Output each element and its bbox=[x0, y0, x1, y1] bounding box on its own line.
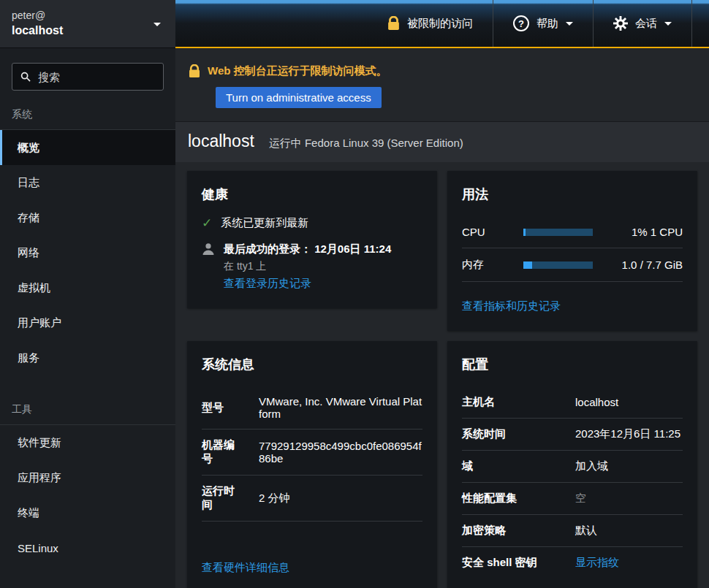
sidebar-item-overview[interactable]: 概览 bbox=[0, 130, 175, 165]
sidebar-item-software-updates[interactable]: 软件更新 bbox=[0, 425, 175, 460]
uptime-label: 运行时间 bbox=[202, 484, 244, 512]
memory-value: 1.0 / 7.7 GiB bbox=[593, 259, 683, 271]
search-icon bbox=[20, 71, 31, 83]
usage-card-title: 用法 bbox=[462, 186, 683, 203]
system-time-row: 系统时间 2023年12月6日 11:25 bbox=[462, 419, 683, 451]
host-name: localhost bbox=[12, 23, 164, 39]
sidebar-item-networking[interactable]: 网络 bbox=[0, 235, 175, 270]
crypto-policy-value[interactable]: 默认 bbox=[575, 524, 597, 538]
last-login-label: 最后成功的登录： bbox=[224, 243, 311, 255]
hostname-label: 主机名 bbox=[462, 395, 561, 409]
session-menu[interactable]: 会话 bbox=[594, 0, 692, 47]
health-card: 健康 ✓ 系统已更新到最新 最后成功的登录： 12月06日 11:24 bbox=[187, 171, 437, 308]
sidebar-item-terminal[interactable]: 终端 bbox=[0, 495, 175, 530]
overview-cards: 健康 ✓ 系统已更新到最新 最后成功的登录： 12月06日 11:24 bbox=[175, 162, 709, 588]
restricted-access-indicator[interactable]: 被限制的访问 bbox=[367, 0, 493, 47]
cpu-progress-bar bbox=[523, 229, 593, 236]
host-switcher[interactable]: peter@ localhost bbox=[0, 0, 175, 48]
sidebar-item-virtual-machines[interactable]: 虚拟机 bbox=[0, 270, 175, 305]
ssh-keys-label: 安全 shell 密钥 bbox=[462, 556, 561, 570]
page-header: localhost 运行中 Fedora Linux 39 (Server Ed… bbox=[175, 121, 709, 162]
metrics-history-link[interactable]: 查看指标和历史记录 bbox=[462, 299, 561, 313]
help-menu[interactable]: ? 帮助 bbox=[493, 0, 594, 47]
sidebar-item-accounts[interactable]: 用户账户 bbox=[0, 305, 175, 340]
machine-id-label: 机器编号 bbox=[202, 438, 244, 466]
memory-progress-bar bbox=[523, 261, 593, 269]
hardware-details-link[interactable]: 查看硬件详细信息 bbox=[202, 561, 289, 575]
sidebar-nav: 系统 概览 日志 存储 网络 虚拟机 用户账户 服务 工具 软件更新 应用程序 … bbox=[0, 99, 175, 565]
show-fingerprints-link[interactable]: 显示指纹 bbox=[575, 556, 619, 570]
hostname-row: 主机名 localhost bbox=[462, 386, 683, 419]
help-menu-label: 帮助 bbox=[537, 17, 558, 31]
login-history-link[interactable]: 查看登录历史记录 bbox=[224, 277, 391, 291]
sidebar-item-applications[interactable]: 应用程序 bbox=[0, 460, 175, 495]
main-column: 被限制的访问 ? 帮助 会话 bbox=[175, 0, 709, 588]
memory-progress-fill bbox=[523, 261, 532, 269]
lock-icon bbox=[387, 16, 400, 31]
cpu-usage-row: CPU 1% 1 CPU bbox=[462, 216, 683, 248]
nav-section-tools: 工具 bbox=[0, 394, 175, 425]
check-icon: ✓ bbox=[202, 216, 212, 231]
system-info-title: 系统信息 bbox=[202, 356, 422, 373]
performance-profile-row: 性能配置集 空 bbox=[462, 483, 683, 515]
crypto-policy-label: 加密策略 bbox=[462, 524, 561, 538]
help-icon: ? bbox=[513, 15, 529, 31]
model-value: VMware, Inc. VMware Virtual Platform bbox=[259, 395, 422, 420]
user-icon bbox=[202, 243, 215, 256]
host-state: 运行中 bbox=[269, 137, 302, 149]
cpu-value: 1% 1 CPU bbox=[593, 226, 683, 238]
cpu-progress-fill bbox=[523, 229, 526, 236]
chevron-down-icon bbox=[153, 23, 161, 26]
page-title: localhost bbox=[188, 131, 254, 151]
last-login-time: 12月06日 11:24 bbox=[314, 243, 391, 255]
sidebar-item-services[interactable]: 服务 bbox=[0, 340, 175, 375]
health-card-title: 健康 bbox=[202, 186, 422, 203]
chevron-down-icon bbox=[566, 22, 573, 26]
join-domain-button[interactable]: 加入域 bbox=[575, 459, 608, 473]
performance-profile-value[interactable]: 空 bbox=[575, 492, 586, 505]
search-input[interactable] bbox=[38, 71, 155, 83]
model-label: 型号 bbox=[202, 401, 244, 415]
sidebar-item-selinux[interactable]: SELinux bbox=[0, 530, 175, 565]
model-row: 型号 VMware, Inc. VMware Virtual Platform bbox=[202, 386, 422, 429]
login-location: 在 tty1 上 bbox=[224, 260, 391, 273]
nav-section-system-label: 系统 bbox=[12, 108, 32, 120]
memory-label: 内存 bbox=[462, 258, 523, 272]
hostname-value: localhost bbox=[575, 396, 618, 408]
chevron-down-icon bbox=[664, 22, 672, 26]
machine-id-value: 77929129958c499cbc0fe086954f86be bbox=[259, 440, 422, 465]
masthead: 被限制的访问 ? 帮助 会话 bbox=[175, 0, 709, 48]
system-time-label: 系统时间 bbox=[462, 427, 561, 441]
memory-usage-row: 内存 1.0 / 7.7 GiB bbox=[462, 248, 683, 282]
system-info-card: 系统信息 型号 VMware, Inc. VMware Virtual Plat… bbox=[187, 341, 437, 588]
machine-id-row: 机器编号 77929129958c499cbc0fe086954f86be bbox=[202, 429, 422, 476]
turn-on-admin-access-button[interactable]: Turn on administrative access bbox=[216, 87, 382, 108]
nav-section-system: 系统 bbox=[0, 99, 175, 130]
uptime-row: 运行时间 2 分钟 bbox=[202, 476, 422, 522]
performance-profile-label: 性能配置集 bbox=[462, 492, 561, 505]
configuration-title: 配置 bbox=[462, 356, 683, 373]
search-area bbox=[0, 48, 175, 99]
domain-row: 域 加入域 bbox=[462, 451, 683, 483]
sidebar-item-logs[interactable]: 日志 bbox=[0, 165, 175, 200]
restricted-mode-message: Web 控制台正运行于限制访问模式。 bbox=[208, 64, 387, 78]
gear-icon bbox=[613, 16, 628, 31]
restricted-mode-banner: Web 控制台正运行于限制访问模式。 Turn on administrativ… bbox=[175, 48, 709, 121]
search-box[interactable] bbox=[12, 63, 164, 91]
updates-status: 系统已更新到最新 bbox=[221, 216, 308, 231]
host-os: Fedora Linux 39 (Server Edition) bbox=[305, 137, 463, 149]
configuration-card: 配置 主机名 localhost 系统时间 2023年12月6日 11:25 域… bbox=[447, 341, 697, 588]
system-time-value[interactable]: 2023年12月6日 11:25 bbox=[575, 427, 680, 441]
cockpit-app: peter@ localhost 系统 概览 日志 存储 网络 虚拟机 用户账户 bbox=[0, 0, 709, 588]
sidebar-item-storage[interactable]: 存储 bbox=[0, 200, 175, 235]
user-name: peter@ bbox=[12, 8, 164, 23]
uptime-value: 2 分钟 bbox=[259, 492, 290, 505]
lock-icon bbox=[189, 64, 200, 78]
nav-section-tools-label: 工具 bbox=[12, 403, 32, 415]
sidebar: peter@ localhost 系统 概览 日志 存储 网络 虚拟机 用户账户 bbox=[0, 0, 175, 588]
session-menu-label: 会话 bbox=[635, 17, 657, 31]
usage-card: 用法 CPU 1% 1 CPU 内存 1.0 / 7.7 GiB 查看指标和历史… bbox=[447, 171, 697, 331]
crypto-policy-row: 加密策略 默认 bbox=[462, 515, 683, 547]
restricted-access-label: 被限制的访问 bbox=[407, 17, 473, 31]
domain-label: 域 bbox=[462, 459, 561, 473]
